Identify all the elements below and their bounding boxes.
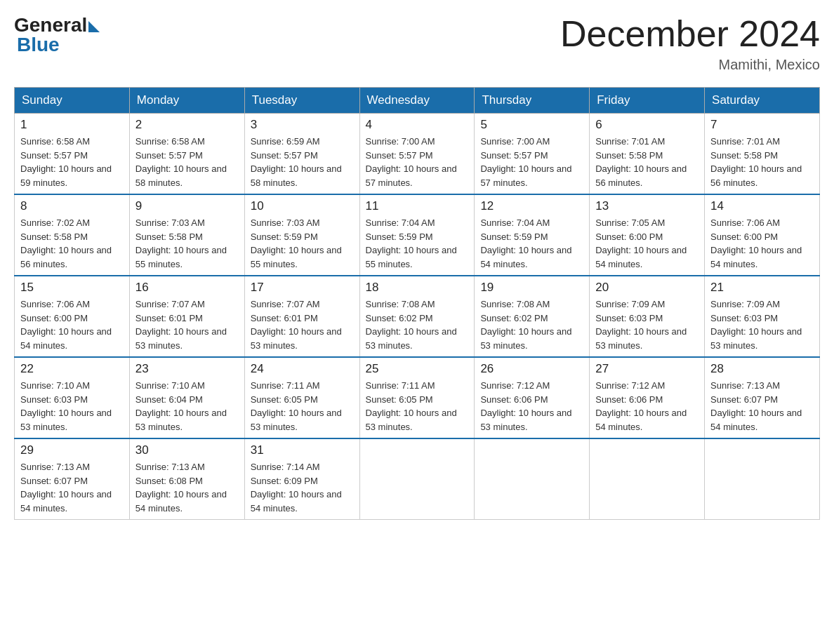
day-info: Sunrise: 7:08 AMSunset: 6:02 PMDaylight:… bbox=[480, 297, 583, 352]
day-info: Sunrise: 7:08 AMSunset: 6:02 PMDaylight:… bbox=[366, 297, 469, 352]
logo-blue-text: Blue bbox=[17, 34, 60, 56]
day-number: 14 bbox=[710, 199, 814, 213]
table-row: 9 Sunrise: 7:03 AMSunset: 5:58 PMDayligh… bbox=[129, 194, 244, 276]
table-row: 15 Sunrise: 7:06 AMSunset: 6:00 PMDaylig… bbox=[15, 276, 130, 357]
table-row: 18 Sunrise: 7:08 AMSunset: 6:02 PMDaylig… bbox=[359, 276, 475, 357]
day-info: Sunrise: 7:13 AMSunset: 6:07 PMDaylight:… bbox=[20, 460, 124, 515]
table-row bbox=[705, 438, 820, 520]
table-row: 16 Sunrise: 7:07 AMSunset: 6:01 PMDaylig… bbox=[129, 276, 244, 357]
table-row: 22 Sunrise: 7:10 AMSunset: 6:03 PMDaylig… bbox=[15, 357, 130, 438]
day-info: Sunrise: 7:00 AMSunset: 5:57 PMDaylight:… bbox=[366, 135, 469, 189]
day-info: Sunrise: 6:58 AMSunset: 5:57 PMDaylight:… bbox=[135, 135, 239, 189]
day-number: 23 bbox=[135, 362, 239, 376]
table-row: 5 Sunrise: 7:00 AMSunset: 5:57 PMDayligh… bbox=[475, 114, 590, 195]
table-row: 3 Sunrise: 6:59 AMSunset: 5:57 PMDayligh… bbox=[244, 114, 359, 195]
day-number: 28 bbox=[710, 362, 814, 376]
calendar-week-row: 1 Sunrise: 6:58 AMSunset: 5:57 PMDayligh… bbox=[15, 114, 820, 195]
calendar-week-row: 22 Sunrise: 7:10 AMSunset: 6:03 PMDaylig… bbox=[15, 357, 820, 438]
table-row: 6 Sunrise: 7:01 AMSunset: 5:58 PMDayligh… bbox=[590, 114, 705, 195]
day-number: 1 bbox=[20, 118, 124, 132]
table-row: 26 Sunrise: 7:12 AMSunset: 6:06 PMDaylig… bbox=[475, 357, 590, 438]
table-row: 2 Sunrise: 6:58 AMSunset: 5:57 PMDayligh… bbox=[129, 114, 244, 195]
day-number: 6 bbox=[595, 118, 699, 132]
day-info: Sunrise: 7:01 AMSunset: 5:58 PMDaylight:… bbox=[595, 135, 699, 189]
day-info: Sunrise: 7:07 AMSunset: 6:01 PMDaylight:… bbox=[135, 297, 239, 352]
location-text: Mamithi, Mexico bbox=[560, 57, 820, 73]
day-info: Sunrise: 7:13 AMSunset: 6:07 PMDaylight:… bbox=[710, 379, 814, 434]
logo-arrow-icon bbox=[88, 21, 100, 32]
day-info: Sunrise: 7:11 AMSunset: 6:05 PMDaylight:… bbox=[366, 379, 469, 434]
day-info: Sunrise: 7:03 AMSunset: 5:59 PMDaylight:… bbox=[251, 216, 354, 271]
table-row: 27 Sunrise: 7:12 AMSunset: 6:06 PMDaylig… bbox=[590, 357, 705, 438]
table-row: 13 Sunrise: 7:05 AMSunset: 6:00 PMDaylig… bbox=[590, 194, 705, 276]
title-block: December 2024 Mamithi, Mexico bbox=[560, 14, 820, 73]
calendar-week-row: 29 Sunrise: 7:13 AMSunset: 6:07 PMDaylig… bbox=[15, 438, 820, 520]
day-info: Sunrise: 7:06 AMSunset: 6:00 PMDaylight:… bbox=[710, 216, 814, 271]
day-number: 8 bbox=[20, 199, 124, 213]
day-number: 12 bbox=[480, 199, 583, 213]
table-row: 25 Sunrise: 7:11 AMSunset: 6:05 PMDaylig… bbox=[359, 357, 475, 438]
table-row: 10 Sunrise: 7:03 AMSunset: 5:59 PMDaylig… bbox=[244, 194, 359, 276]
day-info: Sunrise: 7:02 AMSunset: 5:58 PMDaylight:… bbox=[20, 216, 124, 271]
day-number: 18 bbox=[366, 281, 469, 295]
header-monday: Monday bbox=[129, 88, 244, 114]
table-row: 7 Sunrise: 7:01 AMSunset: 5:58 PMDayligh… bbox=[705, 114, 820, 195]
day-number: 3 bbox=[251, 118, 354, 132]
header-sunday: Sunday bbox=[15, 88, 130, 114]
calendar-week-row: 15 Sunrise: 7:06 AMSunset: 6:00 PMDaylig… bbox=[15, 276, 820, 357]
table-row: 21 Sunrise: 7:09 AMSunset: 6:03 PMDaylig… bbox=[705, 276, 820, 357]
day-info: Sunrise: 7:09 AMSunset: 6:03 PMDaylight:… bbox=[710, 297, 814, 352]
day-info: Sunrise: 7:04 AMSunset: 5:59 PMDaylight:… bbox=[480, 216, 583, 271]
day-info: Sunrise: 7:05 AMSunset: 6:00 PMDaylight:… bbox=[595, 216, 699, 271]
table-row: 31 Sunrise: 7:14 AMSunset: 6:09 PMDaylig… bbox=[244, 438, 359, 520]
day-info: Sunrise: 7:09 AMSunset: 6:03 PMDaylight:… bbox=[595, 297, 699, 352]
day-info: Sunrise: 7:13 AMSunset: 6:08 PMDaylight:… bbox=[135, 460, 239, 515]
day-number: 19 bbox=[480, 281, 583, 295]
day-number: 21 bbox=[710, 281, 814, 295]
day-info: Sunrise: 7:00 AMSunset: 5:57 PMDaylight:… bbox=[480, 135, 583, 189]
table-row: 20 Sunrise: 7:09 AMSunset: 6:03 PMDaylig… bbox=[590, 276, 705, 357]
header-tuesday: Tuesday bbox=[244, 88, 359, 114]
day-info: Sunrise: 7:01 AMSunset: 5:58 PMDaylight:… bbox=[710, 135, 814, 189]
day-number: 2 bbox=[135, 118, 239, 132]
table-row: 19 Sunrise: 7:08 AMSunset: 6:02 PMDaylig… bbox=[475, 276, 590, 357]
day-info: Sunrise: 7:06 AMSunset: 6:00 PMDaylight:… bbox=[20, 297, 124, 352]
header-thursday: Thursday bbox=[475, 88, 590, 114]
day-number: 16 bbox=[135, 281, 239, 295]
calendar-week-row: 8 Sunrise: 7:02 AMSunset: 5:58 PMDayligh… bbox=[15, 194, 820, 276]
day-info: Sunrise: 7:12 AMSunset: 6:06 PMDaylight:… bbox=[595, 379, 699, 434]
day-number: 17 bbox=[251, 281, 354, 295]
day-number: 5 bbox=[480, 118, 583, 132]
calendar-table: Sunday Monday Tuesday Wednesday Thursday… bbox=[14, 87, 820, 520]
day-number: 20 bbox=[595, 281, 699, 295]
table-row: 1 Sunrise: 6:58 AMSunset: 5:57 PMDayligh… bbox=[15, 114, 130, 195]
table-row: 12 Sunrise: 7:04 AMSunset: 5:59 PMDaylig… bbox=[475, 194, 590, 276]
header-wednesday: Wednesday bbox=[359, 88, 475, 114]
table-row bbox=[475, 438, 590, 520]
day-number: 25 bbox=[366, 362, 469, 376]
day-number: 9 bbox=[135, 199, 239, 213]
weekday-header-row: Sunday Monday Tuesday Wednesday Thursday… bbox=[15, 88, 820, 114]
logo: General Blue bbox=[14, 14, 100, 56]
day-number: 15 bbox=[20, 281, 124, 295]
day-info: Sunrise: 6:59 AMSunset: 5:57 PMDaylight:… bbox=[251, 135, 354, 189]
day-number: 13 bbox=[595, 199, 699, 213]
day-number: 31 bbox=[251, 443, 354, 457]
table-row: 11 Sunrise: 7:04 AMSunset: 5:59 PMDaylig… bbox=[359, 194, 475, 276]
day-info: Sunrise: 7:07 AMSunset: 6:01 PMDaylight:… bbox=[251, 297, 354, 352]
table-row: 24 Sunrise: 7:11 AMSunset: 6:05 PMDaylig… bbox=[244, 357, 359, 438]
table-row: 28 Sunrise: 7:13 AMSunset: 6:07 PMDaylig… bbox=[705, 357, 820, 438]
day-number: 11 bbox=[366, 199, 469, 213]
day-number: 26 bbox=[480, 362, 583, 376]
day-info: Sunrise: 7:10 AMSunset: 6:04 PMDaylight:… bbox=[135, 379, 239, 434]
table-row bbox=[359, 438, 475, 520]
table-row: 4 Sunrise: 7:00 AMSunset: 5:57 PMDayligh… bbox=[359, 114, 475, 195]
day-info: Sunrise: 7:12 AMSunset: 6:06 PMDaylight:… bbox=[480, 379, 583, 434]
day-info: Sunrise: 7:10 AMSunset: 6:03 PMDaylight:… bbox=[20, 379, 124, 434]
day-info: Sunrise: 7:03 AMSunset: 5:58 PMDaylight:… bbox=[135, 216, 239, 271]
day-number: 29 bbox=[20, 443, 124, 457]
day-info: Sunrise: 7:04 AMSunset: 5:59 PMDaylight:… bbox=[366, 216, 469, 271]
header-saturday: Saturday bbox=[705, 88, 820, 114]
day-number: 27 bbox=[595, 362, 699, 376]
table-row: 14 Sunrise: 7:06 AMSunset: 6:00 PMDaylig… bbox=[705, 194, 820, 276]
